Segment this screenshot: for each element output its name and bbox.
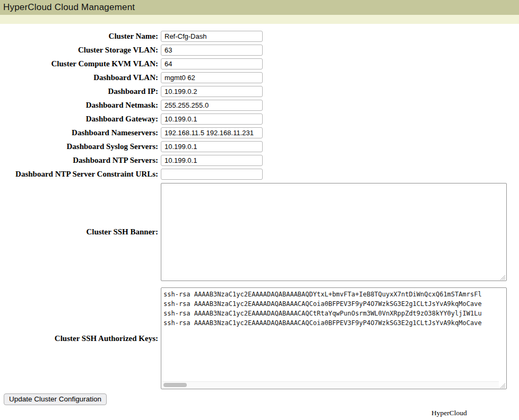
field-row-compute-kvm-vlan: Cluster Compute KVM VLAN: [0, 57, 519, 71]
resize-grip-icon[interactable] [499, 381, 506, 388]
horizontal-scrollbar[interactable] [162, 381, 506, 388]
app-header: HyperCloud Cloud Management [0, 0, 519, 15]
dashboard-netmask-label: Dashboard Netmask: [0, 101, 158, 110]
dashboard-vlan-input[interactable] [161, 72, 263, 83]
ssh-authorized-keys-label: Cluster SSH Authorized Keys: [0, 334, 158, 343]
dashboard-gateway-label: Dashboard Gateway: [0, 115, 158, 124]
resize-grip-icon[interactable] [499, 273, 506, 280]
dashboard-nameservers-input[interactable] [161, 127, 263, 138]
cluster-storage-vlan-label: Cluster Storage VLAN: [0, 46, 158, 55]
cluster-compute-kvm-vlan-input[interactable] [161, 58, 263, 69]
cluster-name-input[interactable] [161, 31, 263, 42]
ssh-banner-textarea[interactable] [161, 183, 506, 281]
ssh-keys-row: Cluster SSH Authorized Keys: ssh-rsa AAA… [0, 287, 519, 389]
cluster-name-label: Cluster Name: [0, 32, 158, 41]
dashboard-nameservers-label: Dashboard Nameservers: [0, 128, 158, 137]
ssh-authorized-keys-textarea[interactable]: ssh-rsa AAAAB3NzaC1yc2EAAAADAQABAAABAQDY… [161, 288, 506, 381]
dashboard-syslog-servers-label: Dashboard Syslog Servers: [0, 142, 158, 151]
field-row-cluster-name: Cluster Name: [0, 29, 519, 43]
cluster-config-form: Cluster Name: Cluster Storage VLAN: Clus… [0, 24, 519, 405]
field-row-dashboard-ip: Dashboard IP: [0, 84, 519, 98]
cluster-compute-kvm-vlan-label: Cluster Compute KVM VLAN: [0, 59, 158, 68]
submit-row: Update Cluster Configuration [0, 393, 519, 405]
dashboard-vlan-label: Dashboard VLAN: [0, 73, 158, 82]
dashboard-ntp-constraint-urls-input[interactable] [161, 169, 263, 180]
footer-brand: HyperCloud [431, 409, 519, 417]
dashboard-ntp-servers-label: Dashboard NTP Servers: [0, 156, 158, 165]
dashboard-syslog-servers-input[interactable] [161, 141, 263, 152]
page-title: HyperCloud Cloud Management [3, 2, 135, 13]
field-row-ntp-constraint-urls: Dashboard NTP Server Constraint URLs: [0, 167, 519, 181]
field-row-dashboard-netmask: Dashboard Netmask: [0, 98, 519, 112]
dashboard-ntp-constraint-urls-label: Dashboard NTP Server Constraint URLs: [0, 170, 158, 179]
ssh-authorized-keys-box: ssh-rsa AAAAB3NzaC1yc2EAAAADAQABAAABAQDY… [161, 287, 507, 389]
update-cluster-configuration-button[interactable]: Update Cluster Configuration [4, 393, 107, 405]
cluster-storage-vlan-input[interactable] [161, 45, 263, 56]
ssh-banner-row: Cluster SSH Banner: [0, 183, 519, 281]
field-row-dashboard-gateway: Dashboard Gateway: [0, 112, 519, 126]
field-row-dashboard-ntp-servers: Dashboard NTP Servers: [0, 153, 519, 167]
dashboard-gateway-input[interactable] [161, 113, 263, 125]
ssh-banner-label: Cluster SSH Banner: [0, 228, 158, 237]
field-row-dashboard-nameservers: Dashboard Nameservers: [0, 126, 519, 139]
field-row-dashboard-syslog-servers: Dashboard Syslog Servers: [0, 139, 519, 153]
dashboard-netmask-input[interactable] [161, 100, 263, 111]
field-row-storage-vlan: Cluster Storage VLAN: [0, 43, 519, 57]
dashboard-ip-label: Dashboard IP: [0, 87, 158, 96]
field-row-dashboard-vlan: Dashboard VLAN: [0, 71, 519, 84]
ssh-banner-box [161, 183, 507, 281]
dashboard-ntp-servers-input[interactable] [161, 155, 263, 166]
header-strip [0, 15, 519, 24]
dashboard-ip-input[interactable] [161, 86, 263, 97]
horizontal-scrollbar-thumb[interactable] [163, 383, 187, 387]
